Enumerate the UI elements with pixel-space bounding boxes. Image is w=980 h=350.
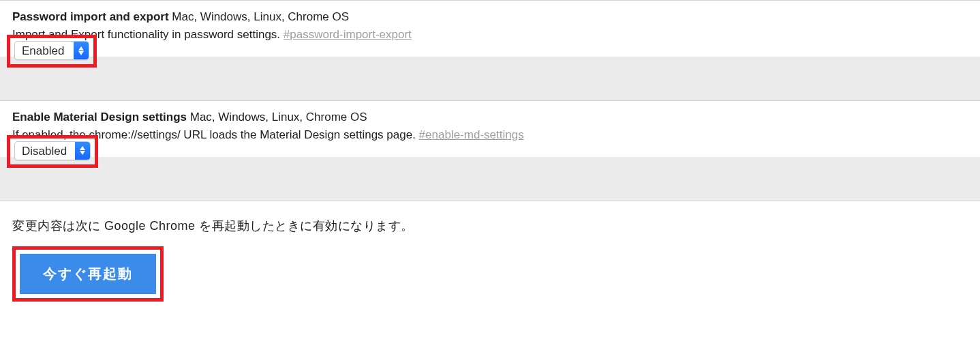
restart-now-button[interactable]: 今すぐ再起動 (20, 254, 156, 294)
flag-description: Import and Export functionality in passw… (12, 27, 968, 43)
flag-platforms: Mac, Windows, Linux, Chrome OS (172, 10, 349, 23)
flag-select-password-import-export[interactable]: Enabled (14, 41, 89, 60)
select-value: Enabled (15, 42, 74, 59)
restart-section: 変更内容は次に Google Chrome を再起動したときに有効になります。 … (0, 201, 980, 315)
flag-description: If enabled, the chrome://settings/ URL l… (12, 127, 968, 143)
chevron-up-down-icon (75, 142, 90, 160)
flag-row-enable-md-settings: Enable Material Design settings Mac, Win… (0, 101, 980, 157)
flag-anchor-link[interactable]: #enable-md-settings (419, 128, 524, 141)
chevron-up-down-icon (74, 42, 89, 59)
flag-platforms: Mac, Windows, Linux, Chrome OS (190, 111, 367, 123)
flag-row-password-import-export: Password import and export Mac, Windows,… (0, 1, 980, 57)
highlight-box: Disabled (7, 135, 98, 168)
restart-message: 変更内容は次に Google Chrome を再起動したときに有効になります。 (12, 218, 968, 234)
spacer (0, 57, 980, 100)
flag-anchor-link[interactable]: #password-import-export (284, 28, 412, 41)
select-value: Disabled (15, 142, 75, 160)
flag-title: Password import and export (12, 10, 169, 23)
highlight-box: 今すぐ再起動 (12, 246, 164, 302)
highlight-box: Enabled (7, 35, 97, 68)
spacer (0, 157, 980, 201)
flag-title: Enable Material Design settings (12, 111, 187, 123)
flag-select-enable-md-settings[interactable]: Disabled (14, 141, 91, 160)
